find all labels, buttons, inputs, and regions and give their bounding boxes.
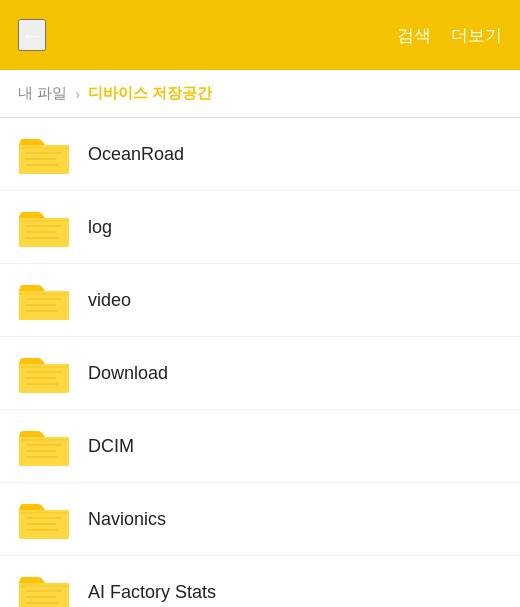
list-item[interactable]: video <box>0 264 520 337</box>
header-actions: 검색 더보기 <box>397 24 502 47</box>
folder-icon <box>18 278 70 322</box>
folder-name: log <box>88 217 112 238</box>
list-item[interactable]: Download <box>0 337 520 410</box>
app-header: ← 검색 더보기 <box>0 0 520 70</box>
search-button[interactable]: 검색 <box>397 24 431 47</box>
breadcrumb-current: 디바이스 저장공간 <box>88 84 212 103</box>
folder-name: DCIM <box>88 436 134 457</box>
list-item[interactable]: DCIM <box>0 410 520 483</box>
list-item[interactable]: Navionics <box>0 483 520 556</box>
folder-icon <box>18 570 70 607</box>
breadcrumb-separator: › <box>75 86 80 102</box>
back-button[interactable]: ← <box>18 19 46 51</box>
folder-name: Download <box>88 363 168 384</box>
folder-icon <box>18 351 70 395</box>
list-item[interactable]: AI Factory Stats <box>0 556 520 607</box>
more-button[interactable]: 더보기 <box>451 24 502 47</box>
folder-name: OceanRoad <box>88 144 184 165</box>
folder-icon <box>18 424 70 468</box>
list-item[interactable]: log <box>0 191 520 264</box>
folder-icon <box>18 497 70 541</box>
folder-name: video <box>88 290 131 311</box>
folder-name: Navionics <box>88 509 166 530</box>
folder-icon <box>18 205 70 249</box>
folder-icon <box>18 132 70 176</box>
list-item[interactable]: OceanRoad <box>0 118 520 191</box>
folder-name: AI Factory Stats <box>88 582 216 603</box>
breadcrumb: 내 파일 › 디바이스 저장공간 <box>0 70 520 118</box>
folder-list: OceanRoad log <box>0 118 520 607</box>
breadcrumb-root[interactable]: 내 파일 <box>18 84 67 103</box>
back-arrow-icon: ← <box>20 21 44 48</box>
